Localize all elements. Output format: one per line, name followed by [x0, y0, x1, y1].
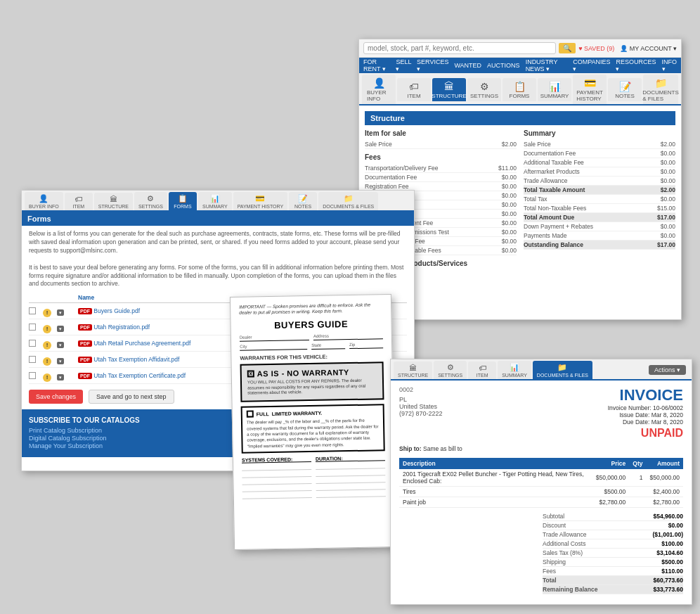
form-check-1[interactable]	[29, 305, 43, 317]
my-account[interactable]: 👤 MY ACCOUNT ▾	[620, 45, 677, 52]
tab2-settings[interactable]: ⚙ SETTINGS	[134, 192, 167, 210]
checkbox-icon[interactable]	[29, 340, 36, 347]
form-check-4[interactable]	[29, 353, 43, 366]
issue-date-row: Issue Date: Mar 8, 2020	[608, 411, 683, 418]
tab2-notes[interactable]: 📝 NOTES	[289, 192, 317, 210]
bg-systems-line4	[242, 485, 312, 492]
tab3-item[interactable]: 🏷 ITEM	[468, 362, 496, 379]
tab2-buyer-info[interactable]: 👤 BUYER INFO	[25, 192, 63, 210]
sum-add-taxable-label: Additional Taxable Fee	[524, 159, 640, 166]
checkbox-icon[interactable]	[29, 307, 36, 314]
buyer-info-icon2: 👤	[39, 194, 48, 203]
sum-total-due-label: Total Amount Due	[524, 214, 640, 221]
invoice-totals: Subtotal$54,960.00Discount$0.00Trade All…	[399, 512, 683, 596]
item-icon: 🏷	[409, 81, 419, 92]
tab2-notes-label: NOTES	[294, 204, 311, 209]
tab2-structure[interactable]: 🏛 STRUCTURE	[94, 193, 133, 210]
actions-dropdown-2[interactable]: ▾	[57, 326, 64, 332]
saved-count: ♥ SAVED (9)	[578, 45, 614, 52]
tab3-documents[interactable]: 📁 DOCUMENTS & FILES	[533, 361, 592, 379]
sum-trade-value: $0.00	[640, 177, 675, 184]
nav-services[interactable]: SERVICES ▾	[417, 58, 448, 72]
nav-wanted[interactable]: WANTED	[454, 62, 481, 69]
checkbox-icon[interactable]	[29, 324, 36, 331]
actions-dropdown-5[interactable]: ▾	[57, 374, 64, 380]
forms-col-icon-header	[43, 294, 57, 301]
tab2-payment[interactable]: 💳 PAYMENT HISTORY	[233, 192, 287, 210]
form-check-5[interactable]	[29, 369, 43, 382]
reg-label: Registration Fee	[365, 183, 481, 190]
user-area: ♥ SAVED (9) 👤 MY ACCOUNT ▾	[578, 45, 677, 52]
bg-as-is-box: x AS IS - NO WARRANTY YOU WILL PAY ALL C…	[240, 362, 384, 402]
nav-industry[interactable]: INDUSTRY NEWS ▾	[526, 58, 568, 72]
nav-resources[interactable]: RESOURCES ▾	[616, 58, 656, 72]
bg-dealer-field: Dealer	[240, 334, 309, 342]
totals-row: Total$60,773.60	[543, 576, 683, 585]
tab-documents[interactable]: 📁 DOCUMENTS & FILES	[643, 75, 678, 104]
checkbox-icon[interactable]	[29, 372, 36, 379]
invoice-line-1: 2001 Tigecraft EX02 Pellet Buncher - Tig…	[399, 469, 683, 487]
sum-outstanding-label: Outstanding Balance	[524, 241, 640, 248]
tab-payment-history[interactable]: 💳 PAYMENT HISTORY	[573, 75, 607, 104]
forms-col-check-header	[29, 294, 43, 301]
sum-trade-label: Trade Allowance	[524, 177, 640, 184]
line2-amount: $2,400.00	[646, 487, 683, 497]
bg-duration-line5	[316, 491, 386, 498]
invoice-number-value: 10-06/0002	[653, 404, 683, 411]
form-actions-1[interactable]: ▾	[57, 305, 78, 317]
save-next-button[interactable]: Save and go to next step	[89, 390, 174, 404]
actions-dropdown-4[interactable]: ▾	[57, 358, 64, 364]
tab2-item-label: ITEM	[72, 204, 84, 209]
invoice-actions-area: Actions ▾	[646, 364, 689, 376]
tab2-payment-label: PAYMENT HISTORY	[238, 204, 283, 209]
tab2-summary[interactable]: 📊 SUMMARY	[198, 192, 232, 210]
form-check-3[interactable]	[29, 337, 43, 350]
tab3-summary[interactable]: 📊 SUMMARY	[498, 361, 531, 379]
invoice-actions-button[interactable]: Actions ▾	[649, 365, 686, 375]
invoice-tab-bar: 🏛 STRUCTURE ⚙ SETTINGS 🏷 ITEM 📊 SUMMARY …	[391, 359, 692, 380]
form-warning-5: !	[43, 369, 57, 382]
tab-forms[interactable]: 📋 FORMS	[503, 78, 536, 101]
tab-summary-label: SUMMARY	[540, 93, 569, 99]
actions-dropdown-3[interactable]: ▾	[57, 342, 64, 348]
totals-label: Additional Costs	[543, 540, 585, 547]
sum-payments-made: Payments Made $0.00	[524, 231, 675, 241]
tab2-item[interactable]: 🏷 ITEM	[65, 193, 93, 210]
form-actions-2[interactable]: ▾	[57, 321, 78, 333]
actions-dropdown-1[interactable]: ▾	[57, 309, 64, 316]
tab-item[interactable]: 🏷 ITEM	[397, 78, 431, 101]
save-changes-button[interactable]: Save changes	[29, 390, 83, 404]
tab-notes[interactable]: 📝 NOTES	[608, 78, 642, 101]
bg-warranty-label: WARRANTIES FOR THIS VEHICLE:	[240, 352, 383, 362]
tab2-forms[interactable]: 📋 FORMS	[169, 192, 197, 210]
invoice-number-label: Invoice Number:	[608, 404, 652, 411]
nav-info[interactable]: INFO ▾	[662, 58, 678, 72]
summary-icon3: 📊	[510, 363, 519, 372]
tab-structure[interactable]: 🏛 STRUCTURE	[432, 78, 466, 101]
search-input[interactable]	[368, 44, 552, 52]
checkbox-icon[interactable]	[29, 356, 36, 363]
search-bar[interactable]	[363, 42, 556, 54]
tab3-structure[interactable]: 🏛 STRUCTURE	[394, 362, 432, 379]
nav-sell[interactable]: SELL ▾	[396, 58, 411, 72]
nav-for-rent[interactable]: FOR RENT ▾	[363, 58, 390, 72]
search-button[interactable]: 🔍	[559, 43, 576, 53]
sum-add-taxable: Additional Taxable Fee $0.00	[524, 158, 675, 167]
form-actions-4[interactable]: ▾	[57, 353, 78, 366]
form-actions-5[interactable]: ▾	[57, 369, 78, 382]
tab-summary[interactable]: 📊 SUMMARY	[538, 78, 571, 101]
forms-description2: It is best to save your deal before gene…	[22, 260, 414, 293]
nav-auctions[interactable]: AUCTIONS	[487, 62, 520, 69]
tab2-documents[interactable]: 📁 DOCUMENTS & FILES	[318, 192, 378, 210]
invoice-number-row: Invoice Number: 10-06/0002	[608, 404, 683, 411]
form-actions-3[interactable]: ▾	[57, 337, 78, 350]
tab-settings[interactable]: ⚙ SETTINGS	[467, 78, 501, 101]
line3-amount: $2,780.00	[646, 497, 683, 508]
form-check-2[interactable]	[29, 321, 43, 333]
nav-companies[interactable]: COMPANIES ▾	[573, 58, 610, 72]
structure-header: Structure	[365, 111, 675, 125]
title-value: $0.00	[481, 192, 517, 199]
item-for-sale-title: Item for sale	[365, 129, 517, 137]
tab-buyer-info[interactable]: 👤 BUYER INFO	[362, 75, 396, 104]
tab3-settings[interactable]: ⚙ SETTINGS	[434, 361, 467, 379]
